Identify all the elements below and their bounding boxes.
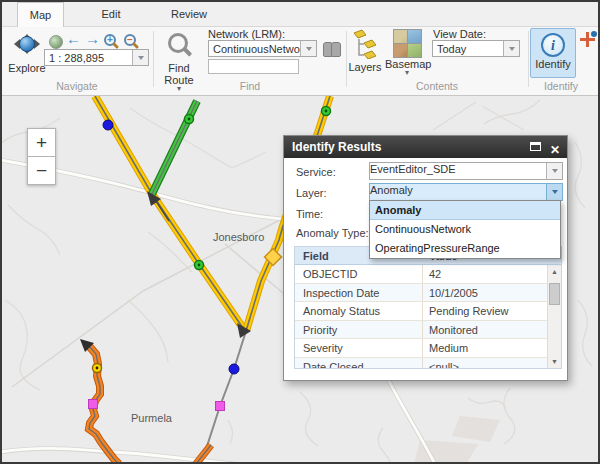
service-label: Service:	[296, 166, 336, 178]
attributes-table: Field Value OBJECTID 42 Inspection Date …	[294, 246, 562, 369]
maximize-icon[interactable]	[530, 142, 541, 151]
previous-extent-icon[interactable]: ←	[66, 30, 81, 47]
layer-combobox[interactable]: Anomaly	[369, 183, 563, 201]
table-body: OBJECTID 42 Inspection Date 10/1/2005 An…	[295, 265, 547, 368]
service-value: EventEditor_SDE	[370, 163, 456, 175]
identify-results-dialog: Identify Results ✕ Service: EventEditor_…	[283, 135, 568, 381]
dialog-title: Identify Results	[292, 140, 381, 154]
anomaly-type-label: Anomaly Type:	[296, 227, 369, 239]
table-row[interactable]: Inspection Date 10/1/2005	[295, 284, 547, 303]
time-label: Time:	[296, 208, 323, 220]
group-divider	[528, 31, 529, 87]
map-zoom-control: + −	[27, 128, 56, 185]
blue-point-marker	[229, 364, 239, 374]
value-cell: <null>	[423, 358, 547, 370]
basemap-tile-icon	[394, 30, 407, 43]
scale-value: 1 : 288,895	[49, 52, 104, 64]
dialog-title-bar[interactable]: Identify Results ✕	[284, 136, 567, 158]
field-cell: Priority	[295, 321, 423, 339]
layer-label: Layer:	[296, 187, 327, 199]
table-row[interactable]: OBJECTID 42	[295, 265, 547, 284]
network-combobox[interactable]: ContinuousNetwork	[208, 40, 317, 57]
explore-sphere-icon	[19, 36, 35, 52]
green-point-marker	[322, 107, 331, 116]
info-dot-icon	[591, 31, 597, 37]
scale-combobox[interactable]: 1 : 288,895	[44, 49, 149, 66]
map-zoom-in-button[interactable]: +	[27, 128, 56, 157]
chevron-down-icon[interactable]	[546, 163, 562, 179]
value-cell: 10/1/2005	[423, 284, 547, 302]
chevron-down-icon[interactable]	[300, 41, 316, 56]
chevron-down-icon: ▾	[385, 70, 429, 76]
group-label-navigate: Navigate	[2, 80, 152, 92]
find-route-magnifier-icon	[168, 33, 188, 53]
green-point-marker	[195, 261, 204, 270]
layers-button[interactable]: Layers	[346, 29, 384, 73]
group-label-identify: Identify	[528, 80, 594, 92]
pink-square-marker	[216, 402, 225, 411]
yellow-circle-marker	[93, 364, 102, 373]
town-label-purmela: Purmela	[131, 412, 172, 424]
service-combobox[interactable]: EventEditor_SDE	[369, 162, 563, 180]
zoom-in-icon[interactable]: +	[104, 34, 116, 46]
basemap-tile-icon	[408, 30, 421, 43]
value-cell: Monitored	[423, 321, 547, 339]
green-point-marker	[185, 115, 194, 124]
layer-option-anomaly[interactable]: Anomaly	[370, 201, 560, 220]
identify-button[interactable]: i Identify	[530, 28, 576, 78]
network-lrm-label: Network (LRM):	[208, 28, 285, 40]
find-route-label-line1: Find	[159, 62, 199, 74]
basemap-tile-icon	[394, 44, 407, 57]
basemap-button[interactable]: Basemap ▾	[385, 29, 429, 76]
blue-point-marker	[103, 120, 113, 130]
crosshair-bar-icon	[586, 32, 589, 47]
group-label-contents: Contents	[346, 80, 528, 92]
view-date-label: View Date:	[433, 28, 486, 40]
tab-map[interactable]: Map	[17, 2, 64, 27]
field-cell: OBJECTID	[295, 265, 423, 283]
basemap-icon	[393, 29, 422, 58]
value-cell: 42	[423, 265, 547, 283]
basemap-tile-icon	[408, 44, 421, 57]
full-extent-globe-icon[interactable]	[49, 35, 63, 49]
layers-icon	[352, 29, 378, 59]
tab-review[interactable]: Review	[150, 2, 228, 26]
identify-route-location-icon[interactable]	[580, 31, 597, 47]
field-cell: Date Closed	[295, 358, 423, 370]
chevron-down-icon[interactable]	[132, 50, 148, 65]
table-row[interactable]: Severity Medium	[295, 339, 547, 358]
table-row[interactable]: Anomaly Status Pending Review	[295, 302, 547, 321]
network-value: ContinuousNetwork	[213, 43, 309, 55]
pan-right-icon	[34, 39, 45, 49]
pink-square-marker	[89, 400, 98, 409]
layer-value: Anomaly	[370, 184, 413, 196]
tab-edit[interactable]: Edit	[72, 2, 150, 26]
layer-option-operatingpressurerange[interactable]: OperatingPressureRange	[370, 239, 560, 258]
identify-label: Identify	[531, 58, 575, 70]
close-icon[interactable]: ✕	[550, 139, 560, 161]
ribbon: Explore ← → + − 1 : 288,895 Navigate Fin…	[2, 27, 598, 96]
view-date-combobox[interactable]: Today	[432, 40, 520, 57]
scrollbar-thumb[interactable]	[549, 283, 560, 305]
table-row[interactable]: Date Closed <null>	[295, 358, 547, 370]
zoom-out-icon[interactable]: −	[124, 34, 136, 46]
route-input[interactable]	[208, 59, 299, 74]
map-zoom-out-button[interactable]: −	[27, 156, 56, 185]
field-cell: Anomaly Status	[295, 302, 423, 320]
table-row[interactable]: Priority Monitored	[295, 321, 547, 340]
identify-info-icon: i	[541, 33, 565, 57]
group-divider	[153, 31, 154, 87]
group-label-find: Find	[159, 80, 341, 92]
layer-option-continuousnetwork[interactable]: ContinuousNetwork	[370, 220, 560, 239]
binoculars-icon[interactable]	[323, 42, 341, 55]
value-cell: Medium	[423, 339, 547, 357]
chevron-down-icon[interactable]	[503, 41, 519, 56]
chevron-down-icon[interactable]	[546, 184, 562, 200]
table-scrollbar[interactable]: ▲ ▼	[547, 265, 561, 368]
value-cell: Pending Review	[423, 302, 547, 320]
explore-compass-icon[interactable]	[9, 29, 45, 59]
layers-label: Layers	[346, 61, 384, 73]
next-extent-icon[interactable]: →	[85, 30, 100, 47]
scroll-up-icon[interactable]: ▲	[548, 268, 561, 275]
scroll-down-icon[interactable]: ▼	[548, 358, 561, 365]
